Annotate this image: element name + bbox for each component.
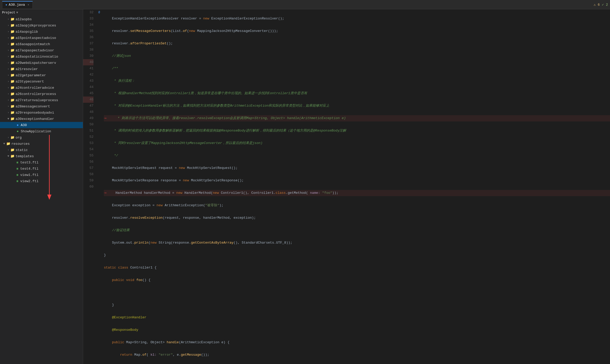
item-label: a24controlleradvice bbox=[16, 86, 54, 90]
code-line-32: ExceptionHandlerExceptionResolver resolv… bbox=[104, 16, 610, 22]
folder-icon: 📁 bbox=[10, 148, 15, 152]
code-line-39: * 对应的@ExceptionHandler标注的方法，如果找到把方法对应的参数… bbox=[104, 103, 610, 109]
ftl-icon: ▦ bbox=[17, 173, 18, 176]
item-label: org bbox=[16, 136, 22, 140]
sidebar-item-test3[interactable]: ▦ test3.ftl bbox=[0, 159, 83, 166]
sidebar-item-a13[interactable]: › 📁 a13aopjdkproxyproces bbox=[0, 22, 83, 29]
item-label: a28messageconvert bbox=[16, 105, 50, 108]
java-icon: ● bbox=[17, 123, 19, 127]
item-label: view2.ftl bbox=[20, 179, 38, 183]
chevron-icon: ▼ bbox=[6, 155, 10, 158]
sidebar-item-resources[interactable]: ▼ 📁 resources bbox=[0, 141, 83, 147]
code-line-38: * 根据handlerMethod找到对应的Controller1类，知道异常是… bbox=[104, 90, 610, 97]
sidebar-item-a30[interactable]: ▼ 📁 a30exceptionhandler bbox=[0, 116, 83, 122]
sidebar-item-a17[interactable]: › 📁 a17aopaspectadvisor bbox=[0, 47, 83, 53]
sidebar-item-a28[interactable]: › 📁 a28messageconvert bbox=[0, 103, 83, 109]
code-line-34: resolver.afterPropertiesSet(); bbox=[104, 40, 610, 47]
code-line-36: /** bbox=[104, 65, 610, 72]
folder-icon: 📁 bbox=[10, 67, 15, 71]
chevron-icon: › bbox=[6, 30, 10, 33]
code-line-53: public void foo() { bbox=[104, 277, 610, 283]
folder-icon: 📁 bbox=[10, 42, 15, 46]
sidebar: Project ▼ › 📁 a12aopbs › 📁 a13aopjdkprox… bbox=[0, 9, 83, 364]
item-label: a29responsebodyadvi bbox=[16, 111, 54, 115]
chevron-icon: › bbox=[6, 111, 10, 114]
code-line-58: public Map<String, Object> handle(Arithm… bbox=[104, 339, 610, 346]
chevron-icon: › bbox=[6, 105, 10, 108]
code-line-52: static class Controller1 { bbox=[104, 265, 610, 271]
code-line-44: MockHttpServletRequest request = new Moc… bbox=[104, 165, 610, 171]
chevron-icon: › bbox=[6, 80, 10, 83]
chevron-icon: › bbox=[6, 92, 10, 95]
chevron-icon: › bbox=[6, 18, 10, 21]
tab-a30java[interactable]: ● A30.java × bbox=[2, 1, 33, 8]
item-label: ShowApplication bbox=[21, 129, 51, 133]
sidebar-item-a21[interactable]: › 📁 a21resovler bbox=[0, 66, 83, 72]
sidebar-item-a23[interactable]: › 📁 a23typeconvert bbox=[0, 78, 83, 85]
sidebar-item-test4[interactable]: ▦ test4.ftl bbox=[0, 166, 83, 172]
item-label: view1.ftl bbox=[20, 173, 38, 177]
chevron-icon: › bbox=[6, 148, 10, 152]
tab-close-btn[interactable]: × bbox=[28, 3, 29, 6]
sidebar-item-a18[interactable]: › 📁 a18aopstaticinvocatio bbox=[0, 53, 83, 60]
item-label: a12aopbs bbox=[16, 17, 32, 21]
sidebar-item-org[interactable]: › 📁 org bbox=[0, 134, 83, 141]
chevron-icon: › bbox=[6, 36, 10, 39]
folder-icon: 📁 bbox=[10, 92, 15, 96]
code-line-33: resolver.setMessageConverters(List.of(ne… bbox=[104, 28, 610, 34]
code-line-35: //测试json bbox=[104, 53, 610, 59]
ftl-icon: ▦ bbox=[17, 180, 18, 183]
code-content[interactable]: ExceptionHandlerExceptionResolver resolv… bbox=[102, 9, 610, 364]
app-container: ● A30.java × ⚠ 6 ✓ 2 Project ▼ › 📁 a12ao… bbox=[0, 0, 610, 364]
chevron-icon: ▼ bbox=[6, 117, 10, 120]
sidebar-item-ShowApplication[interactable]: ● ShowApplication bbox=[0, 128, 83, 134]
sidebar-item-static[interactable]: › 📁 static bbox=[0, 147, 83, 153]
ftl-icon: ▦ bbox=[17, 167, 18, 170]
item-label: a15pointaspectadviso bbox=[16, 36, 56, 40]
sidebar-item-a29[interactable]: › 📁 a29responsebodyadvi bbox=[0, 109, 83, 116]
item-label: test4.ftl bbox=[20, 167, 38, 171]
sidebar-item-A30[interactable]: ● A30 bbox=[0, 122, 83, 128]
line-numbers: 32333435 36373839 40 41424344 45 46 4748… bbox=[83, 9, 97, 364]
main-area: Project ▼ › 📁 a12aopbs › 📁 a13aopjdkprox… bbox=[0, 9, 610, 364]
sidebar-item-view2[interactable]: ▦ view2.ftl bbox=[0, 178, 83, 184]
folder-icon: 📁 bbox=[10, 79, 15, 84]
warning-indicator: ⚠ 6 bbox=[594, 3, 600, 7]
project-label: Project bbox=[2, 11, 15, 15]
folder-icon: 📁 bbox=[10, 17, 15, 21]
java-file-icon: ● bbox=[5, 3, 7, 6]
sidebar-item-view1[interactable]: ▦ view1.ftl bbox=[0, 172, 83, 178]
sidebar-item-a24[interactable]: › 📁 a24controlleradvice bbox=[0, 85, 83, 91]
sidebar-item-a12aopbs[interactable]: › 📁 a12aopbs bbox=[0, 16, 83, 22]
sidebar-item-a15[interactable]: › 📁 a15pointaspectadviso bbox=[0, 35, 83, 41]
folder-icon: 📁 bbox=[10, 135, 15, 140]
chevron-icon: › bbox=[6, 86, 10, 89]
item-label: a18aopstaticinvocatio bbox=[16, 55, 58, 59]
sidebar-item-a27[interactable]: › 📁 a27returnvalueprocess bbox=[0, 97, 83, 103]
folder-icon: 📁 bbox=[10, 48, 15, 52]
gutter: @ bbox=[97, 9, 102, 364]
code-line-45: MockHttpServletResponse response = new M… bbox=[104, 177, 610, 184]
sidebar-item-a16[interactable]: › 📁 a16aoappointmatch bbox=[0, 41, 83, 47]
sidebar-item-templates[interactable]: ▼ 📁 templates bbox=[0, 153, 83, 159]
chevron-icon: › bbox=[6, 136, 10, 139]
sidebar-item-a14[interactable]: › 📁 a14aopcglib bbox=[0, 29, 83, 35]
ftl-icon: ▦ bbox=[17, 161, 18, 164]
code-line-43: */ bbox=[104, 153, 610, 159]
item-label: a17aopaspectadvisor bbox=[16, 49, 54, 52]
sidebar-item-a22[interactable]: › 📁 a22getparameter bbox=[0, 72, 83, 78]
folder-icon: 📁 bbox=[10, 154, 15, 158]
editor-content[interactable]: 32333435 36373839 40 41424344 45 46 4748… bbox=[83, 9, 610, 364]
folder-icon: 📁 bbox=[10, 111, 15, 115]
item-label: a22getparameter bbox=[16, 73, 46, 77]
code-line-48: resolver.resolveException(request, respo… bbox=[104, 215, 610, 221]
sidebar-header: Project ▼ bbox=[0, 9, 83, 16]
code-line-47: Exception exception = new ArithmeticExce… bbox=[104, 202, 610, 209]
folder-icon: 📁 bbox=[10, 104, 15, 108]
chevron-icon: › bbox=[6, 24, 10, 27]
sidebar-item-a20[interactable]: › 📁 a20webdispatcherserv bbox=[0, 60, 83, 66]
sidebar-item-a26[interactable]: › 📁 a26controllerprocess bbox=[0, 91, 83, 97]
chevron-icon: › bbox=[6, 43, 10, 46]
item-label: a21resovler bbox=[16, 67, 38, 71]
folder-icon: 📁 bbox=[10, 86, 15, 90]
